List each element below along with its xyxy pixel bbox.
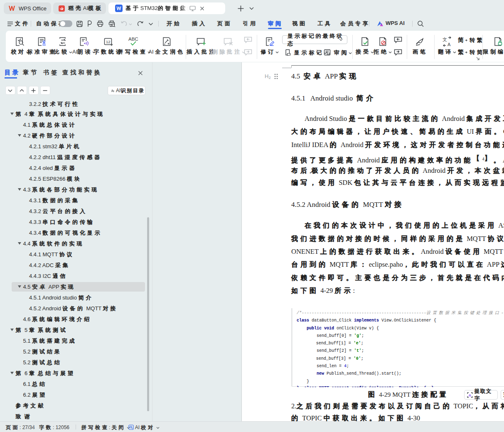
svg-text:A: A (468, 393, 471, 397)
svg-text:12: 12 (106, 39, 111, 44)
svg-text:ABC: ABC (128, 37, 138, 42)
svg-text:文: 文 (443, 37, 447, 42)
svg-text:A: A (447, 42, 451, 47)
